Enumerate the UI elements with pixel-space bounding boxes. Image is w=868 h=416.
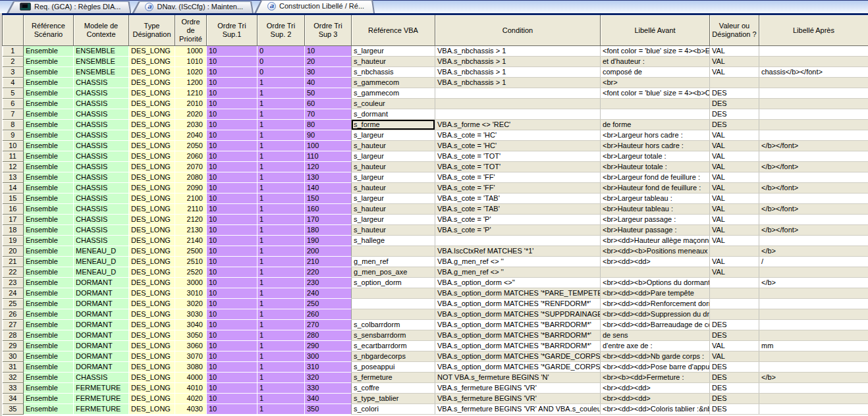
cell-valeur[interactable]: VAL: [710, 130, 759, 141]
cell-scenario[interactable]: Ensemble: [24, 120, 74, 130]
cell-condition[interactable]: VBA.s_option_dorm MATCHES '*RENFDORM*': [435, 299, 601, 309]
cell-apres[interactable]: [759, 109, 868, 120]
cell-type[interactable]: DES_LONG: [129, 299, 175, 309]
cell-vba[interactable]: [352, 246, 435, 257]
row-number-cell[interactable]: 7: [3, 109, 24, 120]
row-number-cell[interactable]: 13: [3, 172, 24, 183]
cell-condition[interactable]: VBA.g_men_ref <> '': [435, 257, 601, 267]
cell-vba[interactable]: s_largeur: [352, 215, 435, 225]
cell-contexte[interactable]: CHASSIS: [74, 130, 129, 141]
cell-condition[interactable]: VBA.s_nbchassis > 1: [435, 78, 601, 88]
cell-avant[interactable]: <br><dd><dd>Renforcement dorma: [601, 299, 710, 309]
cell-apres[interactable]: [759, 320, 868, 330]
cell-condition[interactable]: VBA.s_cote = 'HC': [435, 130, 601, 141]
cell-type[interactable]: DES_LONG: [129, 151, 175, 162]
cell-avant[interactable]: <br><dd><dd>Pose barre d'appui :: [601, 362, 710, 373]
cell-valeur[interactable]: VAL: [710, 57, 759, 67]
cell-type[interactable]: DES_LONG: [129, 99, 175, 109]
cell-avant[interactable]: <br>Hauteur tableau :: [601, 204, 710, 215]
cell-apres[interactable]: </b></font>: [759, 183, 868, 194]
row-number-cell[interactable]: 35: [3, 404, 24, 415]
cell-contexte[interactable]: MENEAU_D: [74, 246, 129, 257]
tab-dnav-isccfg[interactable]: a DNav. (IScCfg) : Mainten...: [132, 1, 254, 13]
cell-tri1[interactable]: 10: [207, 141, 258, 151]
cell-condition[interactable]: VBA.s_forme <> 'REC': [435, 120, 601, 130]
cell-tri3[interactable]: 350: [305, 404, 352, 415]
cell-tri2[interactable]: 1: [258, 172, 305, 183]
cell-contexte[interactable]: CHASSIS: [74, 172, 129, 183]
cell-tri2[interactable]: 1: [258, 257, 305, 267]
cell-tri2[interactable]: 1: [258, 362, 305, 373]
cell-tri2[interactable]: 1: [258, 204, 305, 215]
cell-priorite[interactable]: 2050: [175, 141, 207, 151]
cell-priorite[interactable]: 2520: [175, 267, 207, 278]
cell-condition[interactable]: VBA.s_option_dorm MATCHES '*GARDE_CORPS*…: [435, 351, 601, 362]
cell-priorite[interactable]: 3030: [175, 309, 207, 320]
cell-vba[interactable]: s_largeur: [352, 151, 435, 162]
row-number-cell[interactable]: 5: [3, 88, 24, 99]
cell-avant[interactable]: <br><dd>Hauteur allège maçonneri: [601, 236, 710, 246]
row-number-cell[interactable]: 28: [3, 330, 24, 341]
cell-valeur[interactable]: VAL: [710, 267, 759, 278]
cell-tri3[interactable]: 100: [305, 141, 352, 151]
cell-priorite[interactable]: 4000: [175, 373, 207, 383]
cell-vba[interactable]: s_forme: [352, 120, 435, 130]
cell-vba[interactable]: g_men_pos_axe: [352, 267, 435, 278]
cell-priorite[interactable]: 3080: [175, 362, 207, 373]
cell-tri1[interactable]: 10: [207, 109, 258, 120]
cell-priorite[interactable]: 2500: [175, 246, 207, 257]
cell-condition[interactable]: VBA.s_nbchassis > 1: [435, 57, 601, 67]
cell-type[interactable]: DES_LONG: [129, 215, 175, 225]
tab-construction-libelle[interactable]: a Construction Libellé / Ré...: [254, 0, 375, 13]
cell-type[interactable]: DES_LONG: [129, 373, 175, 383]
cell-tri2[interactable]: 0: [258, 67, 305, 78]
cell-vba[interactable]: s_hauteur: [352, 204, 435, 215]
row-number-cell[interactable]: 19: [3, 236, 24, 246]
cell-scenario[interactable]: Ensemble: [24, 373, 74, 383]
cell-condition[interactable]: VBA.s_cote = 'P': [435, 215, 601, 225]
cell-tri3[interactable]: 180: [305, 225, 352, 236]
cell-tri3[interactable]: 310: [305, 362, 352, 373]
cell-priorite[interactable]: 4030: [175, 404, 207, 415]
cell-tri1[interactable]: 10: [207, 183, 258, 194]
cell-contexte[interactable]: DORMANT: [74, 278, 129, 288]
cell-scenario[interactable]: Ensemble: [24, 320, 74, 330]
column-header-priorite[interactable]: Ordre de Priorité: [175, 14, 207, 46]
cell-tri1[interactable]: 10: [207, 151, 258, 162]
cell-type[interactable]: DES_LONG: [129, 246, 175, 257]
cell-tri3[interactable]: 290: [305, 341, 352, 351]
cell-priorite[interactable]: 1000: [175, 46, 207, 57]
cell-condition[interactable]: [435, 109, 601, 120]
cell-tri2[interactable]: 1: [258, 330, 305, 341]
cell-vba[interactable]: s_nbgardecorps: [352, 351, 435, 362]
cell-tri1[interactable]: 10: [207, 88, 258, 99]
cell-tri3[interactable]: 330: [305, 383, 352, 394]
row-number-cell[interactable]: 31: [3, 362, 24, 373]
cell-valeur[interactable]: DES: [710, 383, 759, 394]
cell-tri1[interactable]: 10: [207, 320, 258, 330]
cell-tri2[interactable]: 1: [258, 141, 305, 151]
cell-priorite[interactable]: 2130: [175, 225, 207, 236]
cell-type[interactable]: DES_LONG: [129, 46, 175, 57]
cell-condition[interactable]: VBA.s_option_dorm MATCHES '*SUPPDRAINAGE…: [435, 309, 601, 320]
cell-scenario[interactable]: Ensemble: [24, 99, 74, 109]
cell-tri3[interactable]: 120: [305, 162, 352, 172]
cell-priorite[interactable]: 2080: [175, 172, 207, 183]
column-header-apres[interactable]: Libellé Après: [759, 14, 868, 46]
cell-avant[interactable]: et d'hauteur :: [601, 57, 710, 67]
cell-tri1[interactable]: 10: [207, 215, 258, 225]
cell-contexte[interactable]: FERMETURE: [74, 404, 129, 415]
cell-scenario[interactable]: Ensemble: [24, 299, 74, 309]
cell-type[interactable]: DES_LONG: [129, 394, 175, 404]
cell-condition[interactable]: VBA.s_fermeture BEGINS 'VR': [435, 383, 601, 394]
cell-tri2[interactable]: 1: [258, 215, 305, 225]
row-number-cell[interactable]: 2: [3, 57, 24, 67]
cell-tri1[interactable]: 10: [207, 236, 258, 246]
column-header-tri3[interactable]: Ordre Tri Sup 3: [305, 14, 352, 46]
cell-tri3[interactable]: 140: [305, 183, 352, 194]
cell-apres[interactable]: [759, 172, 868, 183]
cell-contexte[interactable]: CHASSIS: [74, 99, 129, 109]
cell-priorite[interactable]: 2110: [175, 204, 207, 215]
cell-tri2[interactable]: 1: [258, 383, 305, 394]
row-number-cell[interactable]: 22: [3, 267, 24, 278]
